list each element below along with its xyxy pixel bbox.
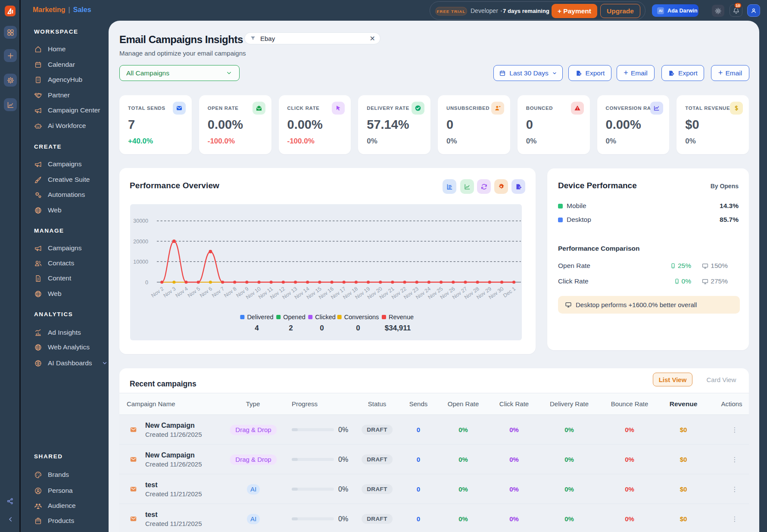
svg-text:Nov 4: Nov 4 [175, 286, 189, 299]
svg-text:0: 0 [145, 280, 148, 286]
svg-text:Dec 1: Dec 1 [502, 286, 517, 299]
svg-text:20000: 20000 [133, 239, 148, 245]
svg-text:Nov 7: Nov 7 [211, 286, 225, 299]
svg-text:Nov 3: Nov 3 [162, 286, 177, 299]
svg-text:Nov 6: Nov 6 [199, 286, 213, 299]
svg-text:30000: 30000 [133, 218, 148, 224]
svg-text:Nov 8: Nov 8 [223, 286, 237, 299]
svg-text:Nov 2: Nov 2 [150, 286, 165, 299]
svg-text:Nov 5: Nov 5 [187, 286, 201, 299]
svg-text:10000: 10000 [133, 259, 148, 265]
